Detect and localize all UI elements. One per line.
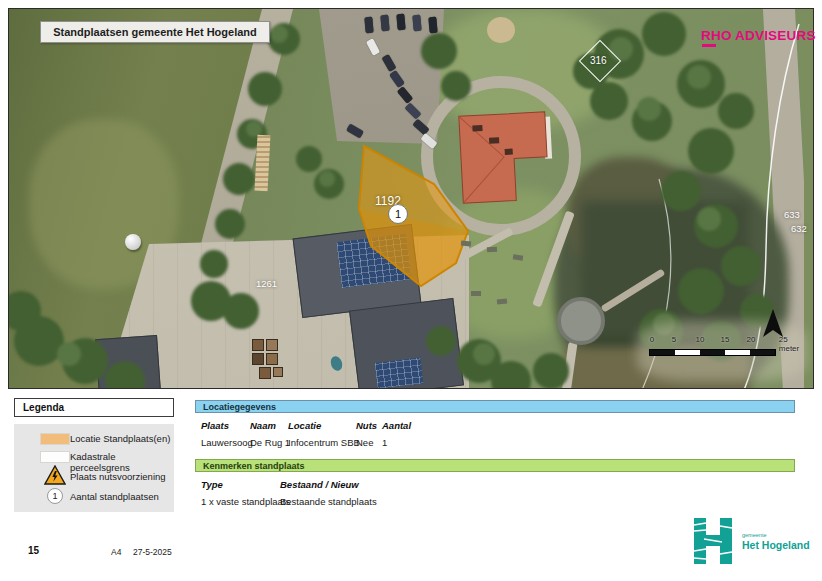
crate	[252, 339, 264, 351]
crate	[273, 367, 283, 377]
count-circle-icon: 1	[47, 488, 63, 504]
legend-title-label: Legenda	[23, 402, 64, 413]
scale-bar: 0 5 10 15 20 25 meter	[649, 335, 799, 365]
legend-item-perceelsgrens: Kadastrale perceelsgrens	[14, 450, 174, 466]
scale-tick: 10	[696, 335, 705, 344]
het-hogeland-h-icon	[694, 518, 734, 564]
scale-tick: 0	[650, 335, 654, 344]
picnic-table	[471, 291, 481, 296]
car	[380, 15, 389, 32]
legend-item-label: Aantal standplaatsen	[70, 491, 159, 502]
picnic-table	[461, 240, 471, 246]
cell-aantal: 1	[382, 437, 387, 448]
legend-item-standplaats: Locatie Standplaats(en)	[14, 432, 174, 448]
rho-logo-dash	[702, 44, 716, 47]
legend-panel: Locatie Standplaats(en) Kadastrale perce…	[14, 424, 174, 512]
warning-triangle-icon	[44, 465, 66, 485]
characteristics-title: Kenmerken standplaats	[203, 461, 305, 471]
cell-bestaand-nieuw: Bestaande standplaats	[280, 496, 377, 507]
aerial-map: 316 1192 1 1261 633 632 0 5 10 15 20 25 …	[8, 8, 814, 389]
column-header-locatie: Locatie	[288, 420, 321, 431]
legend-item-label: Locatie Standplaats(en)	[70, 433, 170, 444]
paper-format: A4	[111, 547, 121, 557]
cell-locatie: Infocentrum SBB	[288, 437, 360, 448]
page-number: 15	[28, 545, 39, 556]
document-date: 27-5-2025	[133, 547, 172, 557]
scale-tick: 15	[721, 335, 730, 344]
column-header-plaats: Plaats	[201, 420, 229, 431]
parcel-label-1261: 1261	[256, 278, 277, 289]
column-header-aantal: Aantal	[382, 420, 411, 431]
crate	[259, 367, 271, 379]
characteristics-header: Kenmerken standplaats	[195, 459, 795, 472]
parcel-boundary-swatch	[40, 451, 70, 463]
parcel-label-316: 316	[590, 55, 607, 66]
count-marker: 1	[388, 204, 408, 224]
parcel-label-633: 633	[784, 209, 800, 220]
cell-naam: De Rug 1	[250, 437, 290, 448]
column-header-type: Type	[201, 479, 223, 490]
legend-item-label: Plaats nutsvoorziening	[70, 471, 166, 482]
column-header-nuts: Nuts	[356, 420, 377, 431]
cell-type: 1 x vaste standplaats	[201, 496, 290, 507]
legend-item-nutsvoorziening: Plaats nutsvoorziening	[14, 468, 174, 484]
scale-tick: 20	[747, 335, 756, 344]
map-title-box: Standplaatsen gemeente Het Hogeland	[40, 21, 270, 43]
car	[428, 17, 437, 34]
page-title: Standplaatsen gemeente Het Hogeland	[53, 26, 257, 38]
car	[412, 15, 421, 32]
legend-item-aantal: 1 Aantal standplaatsen	[14, 490, 174, 506]
logo-name-label: Het Hogeland	[742, 539, 810, 551]
crate	[266, 353, 278, 365]
car	[396, 14, 405, 31]
scale-bar-segments	[649, 349, 776, 356]
column-header-naam: Naam	[250, 420, 276, 431]
radome-sphere	[125, 234, 141, 250]
municipality-logo: gemeente Het Hogeland	[694, 518, 814, 568]
picnic-table	[487, 247, 497, 253]
logo-gemeente-label: gemeente	[742, 532, 766, 538]
picnic-table	[497, 298, 507, 304]
cell-plaats: Lauwersoog	[201, 437, 253, 448]
location-details-header: Locatiegegevens	[195, 400, 795, 413]
scale-tick: 5	[672, 335, 676, 344]
cell-nuts: Nee	[356, 437, 373, 448]
standplaats-swatch	[40, 433, 70, 445]
car	[364, 17, 373, 34]
north-arrow-icon	[761, 307, 785, 339]
column-header-bestaand-nieuw: Bestaand / Nieuw	[280, 479, 359, 490]
legend-header: Legenda	[14, 398, 174, 417]
parcel-label-632: 632	[791, 223, 807, 234]
crate	[266, 339, 278, 351]
document-page: 316 1192 1 1261 633 632 0 5 10 15 20 25 …	[0, 0, 822, 581]
rho-adviseurs-logo: RHO ADVISEURS	[701, 28, 816, 43]
location-details-title: Locatiegegevens	[203, 402, 276, 412]
crate	[252, 353, 264, 365]
